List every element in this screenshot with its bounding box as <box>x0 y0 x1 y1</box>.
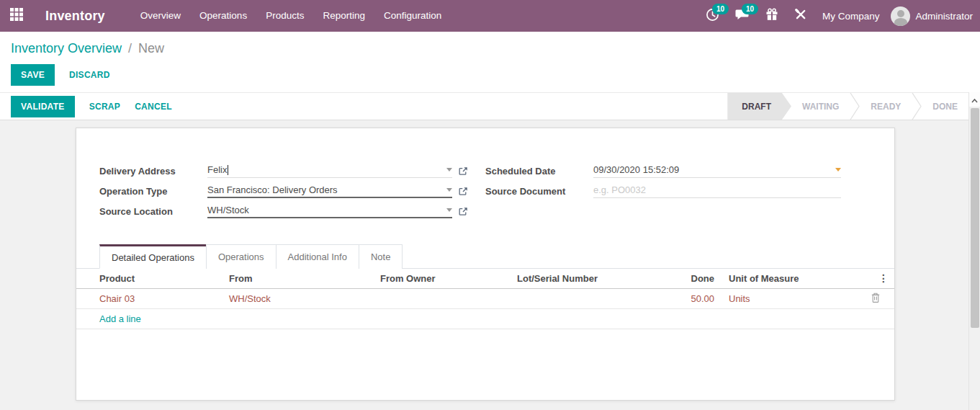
discard-button[interactable]: DISCARD <box>69 70 110 80</box>
gift-button[interactable] <box>758 0 786 32</box>
tab-note[interactable]: Note <box>359 244 403 269</box>
delivery-address-value: Felix <box>207 164 227 175</box>
messages-button[interactable]: 10 <box>727 0 758 32</box>
status-step-done[interactable]: DONE <box>922 93 968 120</box>
source-document-field[interactable]: e.g. PO0032 <box>593 184 841 198</box>
status-step-waiting[interactable]: WAITING <box>791 93 850 120</box>
operation-type-value: San Francisco: Delivery Orders <box>207 184 338 195</box>
scroll-up-button[interactable] <box>969 92 980 107</box>
stepper-chevron-icon <box>912 93 922 120</box>
operation-type-external-link-icon[interactable] <box>459 187 468 196</box>
source-location-field[interactable]: WH/Stock <box>207 205 452 218</box>
user-avatar-icon <box>891 6 910 26</box>
operation-type-field[interactable]: San Francisco: Delivery Orders <box>207 184 452 198</box>
scrollbar-thumb[interactable] <box>971 108 979 328</box>
user-menu[interactable]: Administrator <box>891 6 973 26</box>
gift-icon <box>765 8 778 24</box>
tab-operations[interactable]: Operations <box>206 244 277 269</box>
breadcrumb: Inventory Overview / New <box>11 41 980 56</box>
scheduled-date-value: 09/30/2020 15:52:09 <box>593 164 679 175</box>
source-location-value: WH/Stock <box>207 205 249 215</box>
user-name: Administrator <box>915 11 973 22</box>
vertical-scrollbar[interactable] <box>968 92 980 410</box>
stepper-chevron-icon <box>850 93 860 120</box>
cancel-button[interactable]: CANCEL <box>135 102 172 112</box>
column-header-from-owner[interactable]: From Owner <box>380 273 517 284</box>
column-header-done[interactable]: Done <box>654 273 714 284</box>
apps-grid-icon <box>9 7 24 24</box>
delete-row-button[interactable] <box>871 293 894 305</box>
column-header-unit-of-measure[interactable]: Unit of Measure <box>714 273 830 284</box>
form-statusbar: VALIDATE SCRAP CANCEL DRAFT WAITING READ… <box>0 92 968 120</box>
cell-unit-of-measure[interactable]: Units <box>714 293 830 304</box>
scheduled-date-field[interactable]: 09/30/2020 15:52:09 <box>593 164 841 178</box>
scrap-button[interactable]: SCRAP <box>89 102 121 112</box>
column-header-product[interactable]: Product <box>76 273 229 284</box>
column-header-from[interactable]: From <box>229 273 380 284</box>
tab-additional-info[interactable]: Additional Info <box>276 244 359 269</box>
breadcrumb-separator: / <box>128 41 132 55</box>
table-header-row: Product From From Owner Lot/Serial Numbe… <box>76 269 894 289</box>
company-switcher[interactable]: My Company <box>815 11 891 22</box>
add-a-line-button[interactable]: Add a line <box>99 313 141 324</box>
control-panel: Inventory Overview / New SAVE DISCARD <box>0 32 980 92</box>
operation-type-dropdown-caret-icon[interactable] <box>446 188 452 192</box>
delivery-address-label: Delivery Address <box>99 166 207 177</box>
column-header-lot-serial[interactable]: Lot/Serial Number <box>517 273 654 284</box>
status-step-draft[interactable]: DRAFT <box>727 93 791 120</box>
delivery-address-field[interactable]: Felix <box>207 164 452 178</box>
status-stepper: DRAFT WAITING READY DONE <box>727 93 968 120</box>
scroll-up-icon <box>971 93 978 106</box>
tools-button[interactable] <box>786 0 815 32</box>
source-document-placeholder: e.g. PO0032 <box>593 184 646 195</box>
status-step-ready[interactable]: READY <box>860 93 912 120</box>
form-view-background: Delivery Address Felix Operation Type <box>0 120 968 410</box>
add-line-row: Add a line <box>76 309 894 329</box>
breadcrumb-parent-link[interactable]: Inventory Overview <box>11 41 122 55</box>
source-document-label: Source Document <box>485 186 593 197</box>
breadcrumb-current: New <box>138 41 164 55</box>
save-button[interactable]: SAVE <box>11 64 55 86</box>
scheduled-date-label: Scheduled Date <box>485 166 593 177</box>
cell-product[interactable]: Chair 03 <box>76 293 229 304</box>
source-location-dropdown-caret-icon[interactable] <box>446 208 452 212</box>
source-location-label: Source Location <box>99 206 207 217</box>
source-location-external-link-icon[interactable] <box>459 207 468 216</box>
systray: 10 10 My Company Administrator <box>698 0 980 32</box>
activities-button[interactable]: 10 <box>698 0 727 32</box>
table-row[interactable]: Chair 03 WH/Stock 50.00 Units <box>76 289 894 309</box>
cell-from[interactable]: WH/Stock <box>229 293 380 304</box>
messages-badge: 10 <box>742 4 758 14</box>
trash-icon <box>871 294 880 305</box>
menu-item-overview[interactable]: Overview <box>131 0 190 32</box>
tools-icon <box>794 8 807 24</box>
apps-menu-button[interactable] <box>0 0 33 32</box>
menu-item-configuration[interactable]: Configuration <box>374 0 451 32</box>
column-options-icon[interactable]: ⋮ <box>878 272 894 284</box>
notebook-tabs: Detailed Operations Operations Additiona… <box>76 244 894 269</box>
form-sheet: Delivery Address Felix Operation Type <box>76 128 895 401</box>
app-title: Inventory <box>45 9 105 24</box>
top-navbar: Inventory Overview Operations Products R… <box>0 0 980 32</box>
menu-item-operations[interactable]: Operations <box>190 0 256 32</box>
activities-badge: 10 <box>712 4 729 14</box>
validate-button[interactable]: VALIDATE <box>11 96 75 117</box>
text-cursor <box>228 165 228 175</box>
delivery-address-dropdown-caret-icon[interactable] <box>446 168 452 171</box>
cell-done[interactable]: 50.00 <box>654 293 714 304</box>
main-menu: Overview Operations Products Reporting C… <box>131 0 451 32</box>
scheduled-date-dropdown-caret-icon[interactable] <box>835 168 841 171</box>
menu-item-reporting[interactable]: Reporting <box>313 0 374 32</box>
tab-detailed-operations[interactable]: Detailed Operations <box>99 244 207 269</box>
menu-item-products[interactable]: Products <box>256 0 313 32</box>
delivery-address-external-link-icon[interactable] <box>459 166 468 176</box>
operation-type-label: Operation Type <box>99 186 207 197</box>
